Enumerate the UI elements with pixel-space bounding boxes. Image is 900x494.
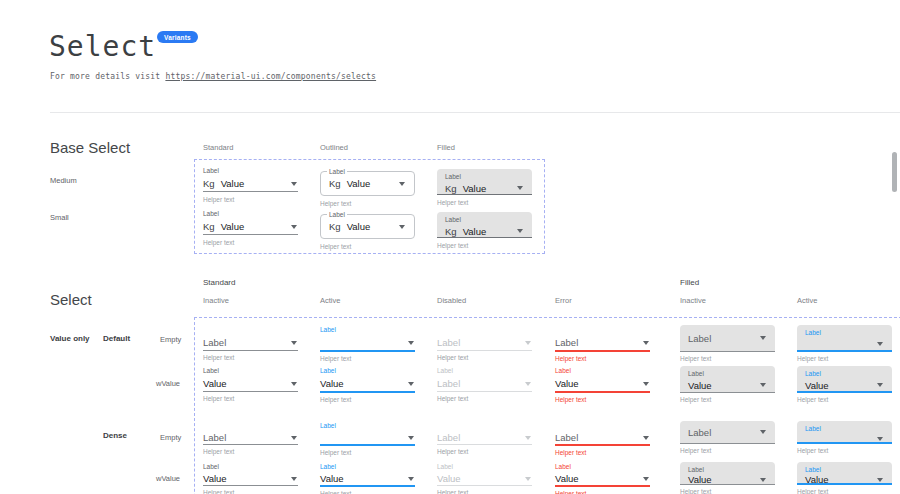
select-cell-standard-error-r1: LabelHelper text: [555, 325, 650, 362]
select-control[interactable]: Value: [688, 379, 767, 391]
select-control[interactable]: KgValue: [203, 176, 298, 192]
helper-text: Helper text: [320, 449, 415, 456]
select-value: Value: [347, 221, 371, 232]
floating-label: Label: [320, 421, 415, 431]
select-cell-standard-active-r1: LabelHelper text: [320, 325, 415, 362]
select-control[interactable]: LabelKgValue: [437, 212, 532, 238]
dropdown-arrow-icon: [877, 383, 883, 387]
select-control[interactable]: Value: [320, 472, 415, 487]
select-control[interactable]: Label: [203, 335, 298, 351]
select-cell-standard-disabled-r3: LabelHelper text: [437, 421, 532, 455]
select-control[interactable]: [320, 335, 415, 352]
helper-text: Helper text: [797, 488, 892, 494]
floating-label: Label: [437, 462, 532, 472]
dropdown-arrow-icon: [643, 436, 649, 440]
helper-text: Helper text: [555, 355, 650, 362]
select-control[interactable]: LabelKgValue: [320, 171, 415, 196]
floating-label: Label: [320, 325, 415, 335]
filled-select-box[interactable]: Label: [797, 325, 892, 352]
select-value: Label: [437, 337, 460, 348]
floating-label: Label: [203, 166, 298, 176]
base-row-label-small: Small: [50, 213, 69, 222]
helper-text: Helper text: [437, 395, 532, 402]
group-header-filled: Filled: [680, 278, 699, 287]
select-control[interactable]: Label: [437, 376, 532, 392]
row-state-label-empty-2: Empty: [160, 433, 181, 442]
select-control[interactable]: Value: [555, 376, 650, 393]
row-group-label-value-only: Value only: [50, 334, 90, 343]
floating-label: Label: [320, 366, 415, 376]
select-control[interactable]: [805, 338, 884, 350]
select-control[interactable]: Value: [203, 376, 298, 392]
select-value: Value: [688, 380, 712, 391]
select-control[interactable]: LabelKgValue: [320, 214, 415, 239]
helper-text: Helper text: [437, 199, 532, 206]
helper-text: Helper text: [437, 448, 532, 455]
page: Select Variants For more details visit h…: [0, 0, 900, 494]
filled-select-box[interactable]: LabelValue: [797, 462, 892, 485]
select-control[interactable]: KgValue: [203, 219, 298, 235]
floating-label: [203, 325, 298, 335]
dropdown-arrow-icon: [877, 342, 883, 346]
select-control[interactable]: Value: [555, 472, 650, 487]
select-cell-filled-active-r4: LabelValueHelper text: [797, 462, 892, 494]
select-value-group: KgValue: [329, 178, 370, 189]
select-control[interactable]: Label: [555, 335, 650, 352]
dropdown-arrow-icon: [877, 478, 883, 482]
select-value-group: KgValue: [445, 226, 486, 237]
select-cell-standard-error-r4: LabelValueHelper text: [555, 462, 650, 494]
select-cell-filled-active-r3: LabelHelper text: [797, 421, 892, 454]
select-control[interactable]: Value: [437, 472, 532, 486]
select-control[interactable]: Value: [688, 475, 767, 484]
base-select-filled-small: LabelKgValueHelper text: [437, 209, 532, 249]
select-control[interactable]: Label: [203, 431, 298, 445]
dropdown-arrow-icon: [517, 186, 523, 190]
dropdown-arrow-icon: [408, 382, 414, 386]
select-value: Value: [437, 473, 461, 484]
select-control[interactable]: Label: [688, 332, 767, 344]
select-cell-standard-active-r4: LabelValueHelper text: [320, 462, 415, 494]
select-control[interactable]: [805, 434, 884, 443]
select-control[interactable]: Value: [805, 475, 884, 484]
filled-select-box[interactable]: LabelValue: [680, 462, 775, 485]
floating-label: Label: [805, 328, 884, 338]
filled-select-box[interactable]: Label: [680, 325, 775, 352]
select-cell-standard-inactive-r4: LabelValueHelper text: [203, 462, 298, 494]
select-control[interactable]: Label: [555, 431, 650, 446]
filled-select-box[interactable]: Label: [680, 421, 775, 444]
select-cell-standard-active-r3: LabelHelper text: [320, 421, 415, 456]
select-value: Value: [347, 178, 371, 189]
dropdown-arrow-icon: [877, 437, 883, 441]
dropdown-arrow-icon: [408, 477, 414, 481]
filled-select-box[interactable]: LabelValue: [680, 366, 775, 393]
adornment-text: Kg: [445, 226, 457, 237]
helper-text: Helper text: [680, 396, 775, 403]
floating-label: [203, 421, 298, 431]
select-value: Value: [320, 378, 344, 389]
scrollbar-thumb[interactable]: [892, 152, 897, 192]
select-control[interactable]: Value: [320, 376, 415, 393]
docs-link[interactable]: https://material-ui.com/components/selec…: [165, 72, 376, 81]
floating-label: Label: [320, 462, 415, 472]
dropdown-arrow-icon: [291, 477, 297, 481]
select-value: Label: [437, 432, 460, 443]
select-value-group: KgValue: [445, 183, 486, 194]
subtitle: For more details visit https://material-…: [50, 72, 376, 81]
select-cell-standard-disabled-r1: LabelHelper text: [437, 325, 532, 361]
filled-select-box[interactable]: Label: [797, 421, 892, 444]
col-header-filled-active: Active: [797, 296, 817, 305]
select-value: Label: [688, 427, 711, 438]
base-col-header-outlined: Outlined: [320, 143, 348, 152]
select-control[interactable]: Label: [688, 428, 767, 437]
select-control[interactable]: Label: [437, 335, 532, 351]
select-control[interactable]: Label: [437, 431, 532, 445]
select-control[interactable]: LabelKgValue: [437, 169, 532, 195]
select-value: Value: [221, 221, 245, 232]
floating-label: Label: [555, 462, 650, 472]
filled-select-box[interactable]: LabelValue: [797, 366, 892, 393]
select-control[interactable]: Value: [203, 472, 298, 486]
select-value: Value: [203, 473, 227, 484]
select-cell-standard-inactive-r1: LabelHelper text: [203, 325, 298, 361]
select-control[interactable]: [320, 431, 415, 446]
select-control[interactable]: Value: [805, 379, 884, 391]
